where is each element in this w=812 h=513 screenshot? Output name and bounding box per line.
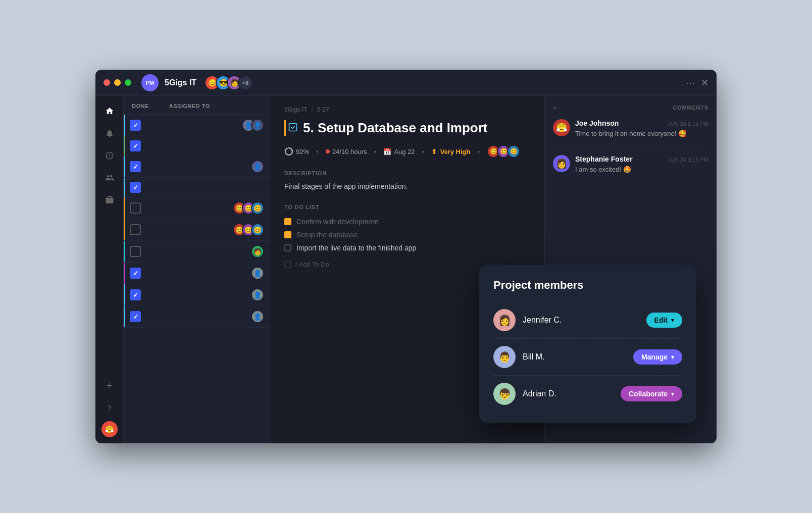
priority-arrow-icon: ⬆ (431, 147, 437, 156)
comment-header: Joe Johnson JUN 24 1:16 PM (575, 119, 708, 127)
member-name: Jennifer C. (523, 316, 639, 325)
member-role-button[interactable]: Collaborate ▾ (621, 386, 682, 401)
task-list-panel: DONE ASSIGNED TO 👤 👤 (124, 96, 270, 443)
task-avatar: 🧑 (251, 245, 264, 258)
member-row: 👩 Jennifer C. Edit ▾ (493, 303, 682, 337)
sidebar-bell[interactable] (100, 124, 119, 142)
task-avatar: 😊 (251, 201, 264, 215)
maximize-traffic-light[interactable] (125, 79, 131, 86)
task-avatars: 👤 (251, 310, 264, 323)
comment-body: Stephanie Foster JUN 24 1:15 PM I am so … (575, 155, 708, 174)
task-avatars: 👤 (251, 267, 264, 280)
task-avatars: 👤 👤 (242, 119, 264, 132)
minimize-traffic-light[interactable] (114, 79, 121, 86)
task-row[interactable]: 🧑 (124, 241, 270, 263)
comment-text: Time to bring it on home everyone! 🥰 (575, 129, 708, 138)
task-checkbox[interactable] (130, 120, 141, 131)
progress-value: 92% (296, 148, 309, 156)
task-checkbox[interactable] (130, 289, 141, 300)
task-row[interactable] (124, 136, 270, 156)
task-meta: 92% ● 24/10 hours ● 📅 Aug 22 ● ⬆ Very Hi… (284, 145, 530, 158)
member-avatar: 👦 (493, 383, 516, 405)
comment-header: Stephanie Foster JUN 24 1:15 PM (575, 155, 708, 163)
more-options-icon[interactable]: ⋯ (686, 77, 695, 88)
todo-item[interactable]: Setup the database (284, 228, 530, 241)
task-row[interactable]: 👤 👤 (124, 115, 270, 136)
accent-bar (124, 219, 125, 240)
task-checkbox[interactable] (130, 246, 141, 257)
task-checkbox[interactable] (130, 182, 141, 193)
description-label: DESCRIPTION (284, 170, 530, 176)
sidebar-people[interactable] (100, 169, 119, 187)
expand-panel-button[interactable]: » (553, 104, 556, 111)
task-avatar: 👤 (251, 288, 264, 301)
accent-bar (124, 156, 125, 177)
task-row[interactable]: 👤 (124, 263, 270, 284)
task-row[interactable]: 😊 😊 😊 (124, 197, 270, 219)
meta-separator: ● (316, 149, 319, 154)
task-checkbox[interactable] (130, 140, 141, 151)
traffic-lights (104, 79, 131, 86)
title-bar-actions: ⋯ ✕ (686, 77, 708, 88)
avatar-count[interactable]: +6 (238, 75, 253, 90)
close-traffic-light[interactable] (104, 79, 110, 86)
role-label: Manage (641, 353, 668, 361)
sidebar-home[interactable] (100, 102, 119, 120)
task-row[interactable]: 😊 😊 😊 (124, 219, 270, 241)
task-checkbox[interactable] (130, 202, 141, 214)
accent-bar (124, 284, 125, 305)
meta-hours: 24/10 hours (326, 148, 367, 156)
task-row[interactable]: 👤 (124, 284, 270, 306)
todo-done-icon (284, 231, 291, 238)
add-todo-checkbox (284, 261, 291, 268)
todo-item[interactable]: Confirm with development (284, 215, 530, 228)
todo-done-icon (284, 218, 291, 225)
todo-item[interactable]: Import the live data to the finished app (284, 241, 530, 254)
comment-item: 👩 Stephanie Foster JUN 24 1:15 PM I am s… (553, 155, 708, 174)
member-row: 👦 Adrian D. Collaborate ▾ (493, 377, 682, 411)
role-label: Edit (654, 316, 668, 324)
accent-bar (124, 115, 125, 136)
member-name: Adrian D. (523, 389, 614, 398)
member-name: Bill M. (523, 352, 626, 362)
sidebar-help[interactable]: ? (100, 399, 119, 417)
add-todo-label[interactable]: / Add To Do (295, 261, 329, 268)
todo-text: Confirm with development (296, 218, 378, 226)
comment-author: Stephanie Foster (575, 155, 633, 163)
task-avatars: 🧑 (251, 245, 264, 258)
task-title-row: 5. Setup Database and Import (284, 120, 530, 136)
breadcrumb-project: 5Gigs IT (284, 106, 307, 113)
pm-badge[interactable]: PM (141, 74, 159, 91)
user-avatar[interactable]: 😤 (102, 421, 118, 437)
task-row[interactable] (124, 178, 270, 197)
sidebar-add[interactable]: + (100, 377, 119, 395)
sidebar-clock[interactable] (100, 146, 119, 165)
comment-time: JUN 24 1:16 PM (668, 121, 708, 127)
todo-label: TO DO LIST (284, 204, 530, 210)
chevron-down-icon: ▾ (671, 391, 674, 397)
task-row[interactable]: 👤 (124, 306, 270, 328)
task-checkbox[interactable] (130, 268, 141, 279)
breadcrumb-separator: / (311, 106, 313, 113)
task-list-header: DONE ASSIGNED TO (124, 96, 270, 115)
meta-avatar: 😊 (507, 145, 520, 158)
avatar-stack: 😊 😎 🧑 (205, 75, 242, 90)
member-row: 👨 Bill M. Manage ▾ (493, 340, 682, 374)
meta-member-stack: 😊 😊 😊 (487, 145, 520, 158)
task-row[interactable]: 👤 (124, 156, 270, 178)
chevron-down-icon: ▾ (671, 317, 674, 324)
project-title: 5Gigs IT (165, 78, 196, 87)
member-divider (493, 375, 682, 376)
done-header: DONE (132, 103, 149, 109)
close-window-icon[interactable]: ✕ (701, 77, 708, 88)
task-checkbox[interactable] (130, 311, 141, 322)
member-role-button[interactable]: Edit ▾ (646, 313, 682, 328)
todo-text: Import the live data to the finished app (296, 244, 416, 252)
task-checkbox[interactable] (130, 224, 141, 235)
member-role-button[interactable]: Manage ▾ (633, 349, 682, 365)
todo-checkbox[interactable] (284, 244, 291, 251)
task-avatars: 😊 😊 😊 (233, 201, 264, 215)
sidebar-briefcase[interactable] (100, 191, 119, 209)
comment-author: Joe Johnson (575, 119, 619, 127)
task-checkbox[interactable] (130, 161, 141, 172)
